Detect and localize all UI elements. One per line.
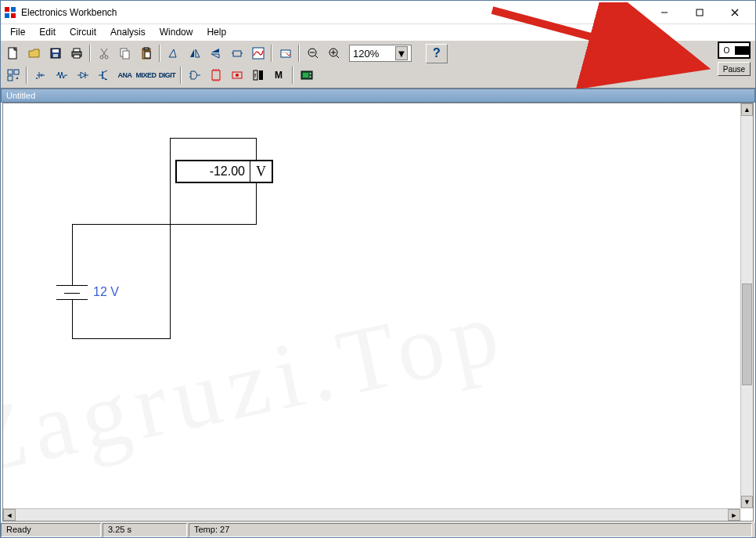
voltmeter[interactable]: -12.00 V	[175, 160, 273, 183]
svg-rect-45	[14, 70, 19, 74]
scroll-down-icon[interactable]: ▼	[741, 496, 753, 508]
wire	[256, 183, 257, 224]
svg-marker-28	[196, 49, 200, 57]
battery-label: 12 V	[93, 285, 119, 299]
svg-rect-13	[53, 54, 58, 57]
save-button[interactable]	[45, 44, 65, 63]
open-button[interactable]	[24, 44, 44, 63]
separator	[180, 67, 182, 84]
svg-rect-22	[123, 51, 129, 59]
separator	[89, 45, 91, 62]
menu-analysis[interactable]: Analysis	[104, 25, 152, 39]
wire	[170, 224, 171, 339]
favorites-bin[interactable]	[3, 66, 23, 85]
watermark: Zagruzi.Top	[2, 228, 754, 522]
separator	[26, 67, 27, 84]
transistors-bin[interactable]	[94, 66, 113, 85]
analog-ics-bin[interactable]: ANA	[115, 66, 135, 85]
wire	[170, 224, 257, 225]
flip-vertical-button[interactable]	[206, 44, 225, 63]
svg-marker-54	[81, 72, 85, 78]
svg-marker-47	[16, 77, 18, 79]
svg-rect-5	[697, 9, 703, 16]
svg-point-20	[105, 56, 108, 59]
svg-rect-35	[281, 50, 290, 57]
scroll-thumb[interactable]	[742, 283, 752, 385]
battery-plate-top	[56, 285, 88, 286]
document-title: Untitled	[1, 88, 755, 103]
svg-point-73	[236, 74, 239, 77]
zoom-select[interactable]: 120% ▼	[349, 45, 412, 62]
status-time: 3.25 s	[103, 523, 187, 537]
circuit-canvas[interactable]: Zagruzi.Top -12.00 V 12 V	[2, 103, 754, 522]
svg-rect-16	[74, 55, 80, 58]
svg-text:M: M	[275, 70, 283, 81]
close-button[interactable]	[717, 2, 752, 23]
menu-circuit[interactable]: Circuit	[63, 25, 103, 39]
svg-rect-3	[11, 13, 16, 18]
sources-bin[interactable]	[31, 66, 50, 85]
flip-horizontal-button[interactable]	[185, 44, 204, 63]
digital-bin[interactable]	[206, 66, 225, 85]
menubar: File Edit Circuit Analysis Window Help	[1, 24, 755, 40]
voltmeter-unit: V	[250, 161, 272, 182]
new-button[interactable]	[3, 44, 23, 63]
battery-plate	[64, 293, 80, 294]
help-button[interactable]: ?	[426, 44, 448, 63]
logic-gates-bin[interactable]	[185, 66, 204, 85]
vertical-scrollbar[interactable]: ▲ ▼	[740, 103, 753, 508]
wire	[72, 338, 171, 339]
maximize-button[interactable]	[682, 2, 717, 23]
mixed-ics-bin[interactable]: MIXED	[136, 66, 156, 85]
svg-rect-2	[5, 13, 9, 18]
svg-rect-75	[259, 70, 263, 80]
svg-rect-46	[8, 76, 13, 81]
menu-file[interactable]: File	[4, 25, 31, 39]
indicators-bin[interactable]	[227, 66, 247, 85]
diodes-bin[interactable]	[73, 66, 92, 85]
svg-point-19	[100, 56, 103, 59]
paste-button[interactable]	[136, 44, 156, 63]
digital-ics-bin[interactable]: DIGIT	[157, 66, 177, 85]
minimize-button[interactable]	[646, 2, 682, 23]
zoom-out-button[interactable]	[303, 44, 322, 63]
svg-rect-25	[145, 52, 150, 58]
menu-window[interactable]: Window	[153, 25, 200, 39]
svg-rect-0	[5, 7, 9, 12]
wire	[72, 224, 73, 285]
svg-rect-15	[74, 49, 80, 52]
power-on-icon: O	[720, 46, 734, 55]
rotate-button[interactable]	[164, 44, 183, 63]
controls-bin[interactable]: f	[248, 66, 268, 85]
menu-edit[interactable]: Edit	[33, 25, 62, 39]
wire	[256, 138, 257, 161]
svg-rect-1	[11, 7, 16, 12]
subcircuit-button[interactable]	[227, 44, 247, 63]
status-ready: Ready	[1, 523, 101, 537]
pause-button[interactable]: Pause	[718, 62, 751, 76]
print-button[interactable]	[67, 44, 86, 63]
svg-text:f: f	[254, 72, 257, 79]
svg-marker-10	[29, 49, 39, 57]
misc-bin[interactable]: M	[269, 66, 289, 85]
zoom-value: 120%	[353, 48, 379, 60]
svg-point-81	[309, 76, 311, 78]
component-properties-button[interactable]	[275, 44, 295, 63]
power-switch[interactable]: O I	[718, 42, 751, 59]
zoom-in-button[interactable]	[324, 44, 344, 63]
horizontal-scrollbar[interactable]: ◄ ►	[3, 508, 740, 521]
menu-help[interactable]: Help	[200, 25, 232, 39]
scroll-up-icon[interactable]: ▲	[741, 103, 753, 116]
status-temp: Temp: 27	[189, 523, 752, 537]
scroll-left-icon[interactable]: ◄	[3, 509, 16, 521]
graph-button[interactable]	[248, 44, 268, 63]
scroll-right-icon[interactable]: ►	[728, 509, 740, 521]
instruments-bin[interactable]	[297, 66, 316, 85]
power-off-icon: I	[735, 46, 749, 55]
wire	[170, 138, 171, 224]
basic-bin[interactable]	[52, 66, 71, 85]
cut-button[interactable]	[94, 44, 113, 63]
copy-button[interactable]	[115, 44, 135, 63]
toolbar-area: 120% ▼ ? ANA MIXED DIGIT f M	[1, 40, 755, 88]
wire	[72, 299, 73, 338]
